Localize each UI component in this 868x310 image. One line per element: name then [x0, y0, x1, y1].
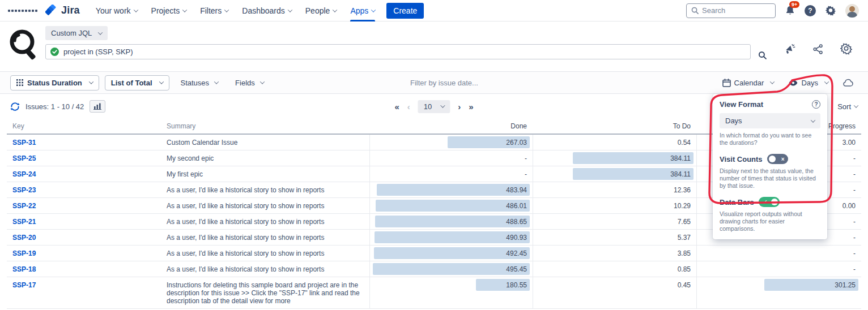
notification-badge: 9+ [789, 1, 799, 8]
jira-report-page: Jira Your workProjectsFiltersDashboardsP… [0, 0, 868, 310]
prev-page-button[interactable]: ‹ [407, 102, 410, 111]
toggle-state-icon: ✓ [763, 199, 768, 206]
duration-value: - [853, 170, 856, 178]
toolbar-right: Calendar Days [722, 79, 858, 87]
last-page-button[interactable]: » [469, 102, 473, 111]
issue-key-link[interactable]: SSP-18 [12, 265, 36, 273]
toggle-state-icon: × [781, 156, 785, 162]
issue-summary-cell: As a user, I'd like a historical story t… [161, 198, 369, 213]
next-page-button[interactable]: › [458, 102, 461, 111]
issue-key-link[interactable]: SSP-22 [12, 202, 36, 210]
issue-date-filter[interactable]: Filter by issue date... [410, 79, 478, 87]
chevron-down-icon [133, 7, 138, 12]
issue-key-link[interactable]: SSP-24 [12, 170, 36, 178]
user-avatar[interactable] [845, 4, 859, 18]
duration-value: 3.00 [843, 139, 856, 147]
main-menu: Your workProjectsFiltersDashboardsPeople… [90, 0, 381, 21]
panel-help-icon[interactable]: ? [812, 100, 820, 109]
visit-counts-toggle[interactable]: × [767, 154, 788, 164]
chart-view-button[interactable] [90, 100, 105, 113]
table-row: SSP-19As a user, I'd like a historical s… [7, 246, 861, 261]
view-format-select[interactable]: Days [720, 113, 820, 128]
duration-value: 267.03 [506, 139, 527, 147]
issue-key-link[interactable]: SSP-17 [12, 281, 36, 289]
fields-dropdown[interactable]: Fields [229, 76, 270, 90]
duration-value: - [525, 154, 527, 162]
column-header-done[interactable]: Done [369, 119, 533, 134]
data-bars-toggle[interactable]: ✓ [759, 197, 780, 207]
duration-cell-todo: 0.45 [533, 277, 696, 308]
help-button[interactable]: ? [805, 5, 816, 16]
jql-input[interactable]: project in (SSP, SKP) [45, 44, 751, 59]
calendar-dropdown[interactable]: Calendar [722, 79, 775, 87]
menu-item-projects[interactable]: Projects [146, 0, 193, 21]
notifications-button[interactable]: 9+ [785, 5, 795, 16]
settings-button[interactable] [825, 5, 836, 16]
jira-logo[interactable]: Jira [45, 5, 80, 17]
issue-key-cell: SSP-17 [7, 277, 161, 292]
issue-key-cell: SSP-24 [7, 166, 161, 182]
chevron-down-icon [182, 7, 187, 12]
table-row: SSP-18As a user, I'd like a historical s… [7, 261, 861, 277]
report-type-dropdown[interactable]: Status Duration [10, 75, 99, 91]
duration-value: 492.45 [506, 249, 527, 257]
app-switcher-icon[interactable] [8, 10, 37, 12]
issue-key-link[interactable]: SSP-31 [12, 139, 36, 147]
export-button[interactable] [843, 79, 853, 87]
create-button[interactable]: Create [386, 3, 424, 19]
chevron-down-icon [811, 118, 815, 122]
pagination: « ‹ 10 › » [394, 100, 473, 113]
issue-key-link[interactable]: SSP-21 [12, 218, 36, 226]
view-format-value: Days [725, 117, 742, 125]
statuses-dropdown[interactable]: Statuses [175, 76, 224, 90]
chevron-down-icon [333, 7, 337, 12]
chevron-down-icon [824, 79, 829, 84]
menu-item-label: People [305, 6, 330, 15]
issue-key-cell: SSP-20 [7, 230, 161, 245]
global-search-input[interactable] [702, 6, 764, 15]
view-format-dropdown[interactable]: Days [789, 79, 828, 87]
refresh-icon [10, 102, 20, 111]
table-row: SSP-17Instructions for deleting this sam… [7, 277, 861, 309]
duration-value: 0.54 [678, 139, 691, 147]
share-icon [813, 44, 823, 54]
announcement-button[interactable] [785, 44, 796, 54]
query-mode-dropdown[interactable]: Custom JQL [45, 26, 108, 40]
chevron-down-icon [770, 79, 775, 84]
menu-item-your-work[interactable]: Your work [90, 0, 143, 21]
chevron-down-icon [214, 79, 219, 84]
issue-key-link[interactable]: SSP-19 [12, 249, 36, 257]
menu-item-filters[interactable]: Filters [194, 0, 234, 21]
duration-cell-inprogress: - [696, 246, 861, 261]
duration-value: 490.93 [506, 234, 527, 242]
column-header-key[interactable]: Key [7, 119, 161, 134]
menu-item-people[interactable]: People [300, 0, 343, 21]
global-search[interactable] [686, 3, 776, 18]
duration-cell-inprogress: - [696, 261, 861, 277]
issue-key-cell: SSP-19 [7, 246, 161, 261]
report-settings-button[interactable] [840, 43, 852, 55]
issue-key-link[interactable]: SSP-20 [12, 234, 36, 242]
sort-dropdown[interactable]: Sort [837, 102, 858, 111]
calendar-label: Calendar [734, 79, 764, 87]
issue-key-cell: SSP-21 [7, 214, 161, 229]
duration-cell-todo: 7.65 [533, 214, 696, 229]
menu-item-apps[interactable]: Apps [344, 0, 381, 21]
issue-key-link[interactable]: SSP-23 [12, 186, 36, 194]
duration-cell-todo: 12.36 [533, 182, 696, 197]
eye-icon [789, 80, 798, 86]
page-size-select[interactable]: 10 [418, 100, 450, 113]
share-button[interactable] [813, 44, 823, 54]
run-query-button[interactable] [758, 51, 767, 62]
refresh-button[interactable] [10, 102, 20, 111]
issue-key-link[interactable]: SSP-25 [12, 154, 36, 162]
duration-value: 10.29 [674, 202, 691, 210]
duration-cell-todo: 384.11 [533, 150, 696, 166]
column-header-summary[interactable]: Summary [161, 119, 369, 134]
view-type-dropdown[interactable]: List of Total [105, 75, 169, 91]
first-page-button[interactable]: « [394, 102, 399, 111]
issue-key-cell: SSP-18 [7, 261, 161, 277]
column-header-todo[interactable]: To Do [533, 119, 696, 134]
valid-check-icon [50, 48, 59, 56]
menu-item-dashboards[interactable]: Dashboards [236, 0, 297, 21]
